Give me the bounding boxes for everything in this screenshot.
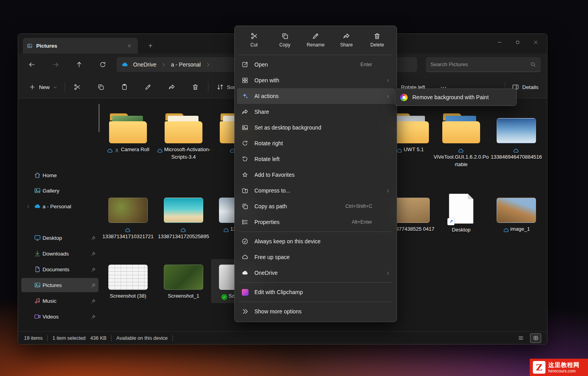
menu-item-properties[interactable]: Properties Alt+Enter: [237, 214, 394, 230]
copy-button[interactable]: [94, 80, 108, 94]
menu-item-open[interactable]: Open Enter: [237, 57, 394, 72]
chevron-down-icon: [53, 84, 58, 90]
menu-item-copy-as-path[interactable]: Copy as path Ctrl+Shift+C: [237, 198, 394, 214]
sidebar-scrollbar[interactable]: [98, 104, 100, 132]
up-button[interactable]: [72, 58, 86, 71]
file-item-133846946470884516[interactable]: 133846946470884516: [489, 107, 544, 161]
watermark: Z 这里教程网 herecours.com: [530, 359, 588, 376]
sidebar-item-home[interactable]: Home: [21, 168, 98, 182]
menu-item-ai-actions[interactable]: AI actions: [237, 88, 394, 104]
file-item-mas[interactable]: Microsoft-Activation-Scripts-3.4: [156, 107, 211, 161]
trash-icon: [373, 32, 381, 40]
refresh-button[interactable]: [96, 58, 109, 71]
menu-item-show-more-options[interactable]: Show more options: [237, 304, 394, 319]
sidebar-item-videos[interactable]: Videos: [21, 309, 98, 324]
cut-icon: [250, 32, 258, 40]
ai-actions-submenu: Remove background with Paint: [395, 89, 517, 106]
videos-icon: [32, 313, 43, 320]
search-box[interactable]: [426, 57, 541, 72]
folder-icon: [165, 113, 202, 143]
rename-action-button[interactable]: Rename: [300, 29, 331, 51]
file-item-desktop-shortcut[interactable]: ↗ Desktop: [434, 187, 489, 233]
cut-action-button[interactable]: Cut: [239, 29, 269, 51]
watermark-url: herecours.com: [548, 369, 580, 373]
menu-item-open-with[interactable]: Open with: [237, 72, 394, 88]
menu-item-free-up-space[interactable]: Free up space: [237, 249, 394, 265]
minimize-button[interactable]: [490, 35, 508, 49]
file-item-133871341710321721[interactable]: 133871341710321721: [100, 192, 156, 240]
menu-item-set-as-desktop-background[interactable]: Set as desktop background: [237, 120, 394, 135]
menu-item-edit-with-clipchamp[interactable]: Edit with Clipchamp: [237, 284, 394, 300]
menu-item-onedrive[interactable]: OneDrive: [237, 265, 394, 281]
share-button[interactable]: [165, 80, 179, 94]
new-button[interactable]: New: [24, 80, 62, 94]
action-label: Rename: [307, 42, 325, 48]
wallpaper-icon: [241, 124, 249, 131]
pin-icon: [91, 282, 96, 288]
status-bar: 19 items 1 item selected 436 KB Availabl…: [18, 332, 547, 344]
menu-item-always-keep-on-this-device[interactable]: Always keep on this device: [237, 233, 394, 249]
back-button[interactable]: [25, 58, 39, 71]
cut-button[interactable]: [70, 80, 84, 94]
pin-icon: [91, 313, 96, 319]
cloud-icon: [241, 254, 249, 261]
file-label: ViVeTool.GUI.1.6.2.0.Portable: [434, 154, 489, 167]
pin-icon: [91, 298, 96, 304]
context-menu: Cut Copy Rename Share Delete Open Enter …: [234, 26, 397, 322]
tab-pictures[interactable]: Pictures: [23, 38, 138, 54]
sidebar-item-onedrive-personal[interactable]: a - Personal: [21, 199, 98, 213]
new-tab-button[interactable]: [145, 40, 156, 51]
menu-separator: [239, 302, 392, 302]
breadcrumb-onedrive[interactable]: OneDrive: [131, 60, 158, 69]
forward-button[interactable]: [49, 58, 62, 71]
file-item-vivetool[interactable]: ViVeTool.GUI.1.6.2.0.Portable: [434, 107, 489, 168]
cloud-status-icon: [223, 226, 229, 231]
menu-item-share[interactable]: Share: [237, 104, 394, 120]
availability-status: Available on this device: [116, 335, 167, 341]
details-view-button[interactable]: [515, 333, 526, 343]
menu-item-label: Edit with Clipchamp: [254, 289, 390, 295]
menu-item-add-to-favorites[interactable]: Add to Favorites: [237, 167, 394, 183]
paint-icon: [400, 94, 408, 101]
rename-button[interactable]: [141, 80, 155, 94]
menu-item-label: Open: [254, 61, 360, 68]
sidebar-item-label: Documents: [43, 267, 91, 272]
menu-item-label: AI actions: [254, 93, 386, 99]
delete-button[interactable]: [188, 80, 202, 94]
file-item-screenshot-38[interactable]: Screenshot (38): [100, 259, 156, 300]
sidebar-item-pictures[interactable]: Pictures: [21, 278, 98, 292]
large-thumbnails-view-button[interactable]: [530, 333, 541, 343]
menu-item-rotate-right[interactable]: Rotate right: [237, 135, 394, 151]
menu-item-rotate-left[interactable]: Rotate left: [237, 151, 394, 167]
keep-on-device-icon: [241, 238, 249, 245]
sidebar-item-downloads[interactable]: Downloads: [21, 246, 98, 261]
submenu-item-remove-background[interactable]: Remove background with Paint: [412, 94, 489, 100]
open-with-icon: [241, 77, 249, 84]
breadcrumb-a-personal[interactable]: a - Personal: [169, 60, 202, 69]
sidebar-item-desktop[interactable]: Desktop: [21, 231, 98, 245]
file-label: Microsoft-Activation-Scripts-3.4: [164, 146, 211, 160]
tab-close-icon[interactable]: [124, 41, 134, 50]
image-thumbnail: [497, 198, 536, 223]
file-item-camera-roll[interactable]: Camera Roll: [100, 107, 156, 154]
menu-item-label: Compress to...: [254, 187, 386, 194]
sidebar-item-documents[interactable]: Documents: [21, 262, 98, 276]
share-action-button[interactable]: Share: [331, 29, 362, 51]
copy-action-button[interactable]: Copy: [269, 29, 300, 51]
paste-button[interactable]: [117, 80, 132, 94]
file-item-133871341720525895[interactable]: 133871341720525895: [156, 192, 211, 240]
maximize-button[interactable]: [508, 35, 527, 49]
sidebar-item-gallery[interactable]: Gallery: [21, 183, 98, 198]
close-button[interactable]: [527, 35, 545, 49]
delete-action-button[interactable]: Delete: [362, 29, 393, 51]
menu-shortcut: Enter: [360, 62, 390, 67]
menu-item-compress-to[interactable]: Compress to...: [237, 183, 394, 198]
search-input[interactable]: [430, 61, 530, 67]
selection-status: 1 item selected: [52, 335, 85, 341]
menu-item-label: OneDrive: [254, 270, 386, 276]
chevron-right-icon[interactable]: [24, 204, 32, 209]
status-divider: [47, 335, 48, 341]
file-item-screenshot-1[interactable]: Screenshot_1: [156, 259, 211, 300]
sidebar-item-music[interactable]: Music: [21, 294, 98, 308]
file-item-image-1[interactable]: image_1: [489, 192, 544, 233]
